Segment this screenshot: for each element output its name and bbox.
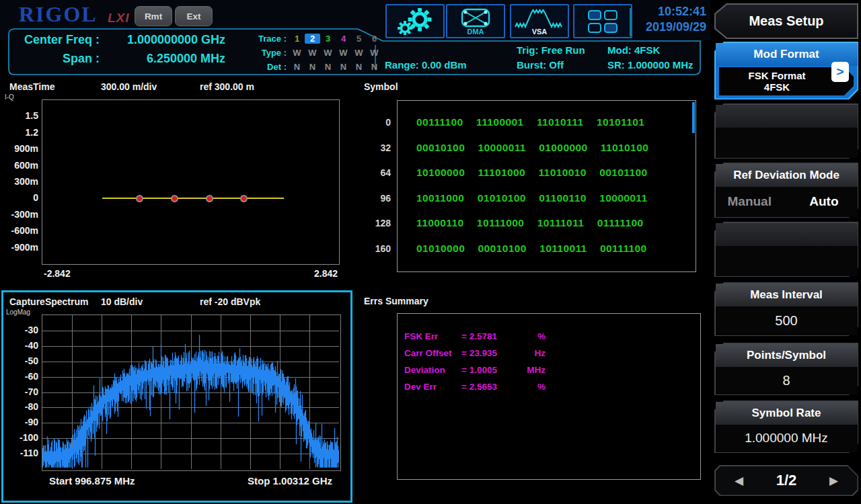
trace-number-3[interactable]: 3 (320, 34, 336, 44)
spectrum-ytick--80: -80 (6, 401, 38, 412)
spectrum-stop-label: Stop 1.00312 GHz (248, 475, 332, 487)
softkey-pagination: ◀ 1/2 ▶ (714, 465, 858, 496)
spectrum-ytick--60: -60 (6, 371, 38, 382)
trace-type-6: W (367, 48, 382, 58)
trace-number-5[interactable]: 5 (351, 34, 367, 44)
trace-row: Trace : 123456 (248, 32, 382, 45)
spectrum-trace (42, 315, 339, 469)
symbol-index-0: 0 (360, 117, 391, 128)
symbol-index-128: 128 (360, 218, 391, 228)
iq-trace-line (102, 198, 283, 199)
err-unit: % (517, 331, 546, 341)
meastime-ytick-1.2: 1.2 (6, 127, 38, 138)
option-manual[interactable]: Manual (728, 194, 772, 209)
trace-number-1[interactable]: 1 (289, 34, 305, 44)
err-value: = 1.0005 (461, 365, 497, 375)
errs-title: Errs Summary (364, 296, 428, 306)
meas-interval-label: Meas Interval (716, 284, 858, 306)
meastime-plot[interactable]: -2.842 2.842 1.51.2900m600m300m0-300m-60… (42, 99, 340, 265)
trace-type-2: W (305, 48, 320, 58)
option-auto[interactable]: Auto (809, 194, 838, 209)
err-label: FSK Err (404, 331, 438, 341)
softkey-blank-header (716, 223, 858, 246)
softkey-blank-2 (714, 222, 858, 277)
mod-readout: Mod: 4FSK (607, 44, 660, 56)
menu-title-text: Meas Setup (716, 5, 857, 38)
symbol-bits-row-160: 01010000 00010100 10110011 00111100 (416, 243, 647, 255)
trig-readout: Trig: Free Run (517, 44, 585, 56)
err-label: Dev Err (404, 382, 437, 392)
meastime-ytick-900m: 900m (6, 143, 38, 154)
trace-det-5: N (351, 62, 367, 72)
spectrum-ytick--100: -100 (6, 432, 38, 443)
softkey-points-symbol[interactable]: Points/Symbol 8 (714, 343, 858, 395)
trace-number-2[interactable]: 2 (305, 34, 320, 44)
spectrum-title: CaptureSpectrum (9, 296, 88, 307)
symbol-bits-row-64: 10100000 11101000 11010010 00101100 (416, 167, 647, 179)
fsk-format-line1: FSK Format (748, 70, 805, 81)
softkey-blank-value (716, 246, 858, 276)
symbol-bits-row-32: 00010100 10000011 01000000 11010100 (416, 142, 648, 154)
softkey-meas-interval[interactable]: Meas Interval 500 (714, 282, 858, 336)
meastime-ref: ref 300.00 m (200, 81, 254, 92)
spectrum-ref: ref -20 dBVpk (200, 296, 260, 307)
errs-summary-table: FSK Err= 2.5781%Carr Offset= 23.935HzDev… (397, 313, 701, 480)
trace-det-1: N (289, 62, 305, 72)
symbol-table[interactable]: 000111100 11100001 11010111 101011013200… (397, 100, 696, 272)
spectrum-ytick--30: -30 (6, 325, 38, 335)
trace-number-6[interactable]: 6 (367, 34, 382, 44)
symbol-rate-label: Symbol Rate (716, 402, 858, 425)
span-value[interactable]: 6.250000 MHz (101, 52, 225, 66)
symbol-bits-row-0: 00111100 11100001 11010111 10101101 (416, 116, 644, 128)
meastime-xmin-label: -2.842 (44, 268, 71, 279)
softkey-ref-deviation-mode[interactable]: Ref Deviation Mode Manual Auto (714, 163, 858, 218)
det-row: Det : NNNNNN (248, 60, 382, 73)
err-value: = 23.935 (461, 348, 497, 358)
menu-title-meas-setup: Meas Setup (714, 3, 858, 39)
spectrum-scale: 10 dB/div (101, 296, 143, 307)
trace-type-1: W (289, 48, 305, 58)
range-readout: Range: 0.00 dBm (385, 59, 467, 71)
trace-number-4[interactable]: 4 (336, 34, 351, 44)
symbol-title: Symbol (364, 81, 398, 92)
spectrum-ytick--40: -40 (6, 340, 38, 351)
softkey-mod-format[interactable]: Mod Format FSK Format 4FSK > (714, 42, 858, 99)
err-unit: MHz (517, 365, 546, 375)
meastime-scale: 300.00 m/div (101, 81, 157, 92)
type-label: Type : (248, 48, 287, 58)
meastime-xmax-label: 2.842 (314, 268, 338, 279)
trace-det-3: N (320, 62, 336, 72)
center-freq-value[interactable]: 1.000000000 GHz (101, 33, 225, 47)
spectrum-ytick--50: -50 (6, 355, 38, 366)
symbol-index-32: 32 (360, 142, 391, 153)
meastime-ytick--900m: -900m (6, 242, 38, 253)
chevron-right-icon[interactable]: > (831, 62, 849, 82)
meastime-ytick-1.5: 1.5 (6, 110, 38, 121)
err-row-dev-err: Dev Err= 2.5653% (398, 382, 700, 395)
symbol-point-2 (171, 195, 178, 202)
meastime-ytick--300m: -300m (6, 209, 38, 220)
symbol-scrollbar[interactable] (692, 102, 695, 133)
symbol-point-1 (136, 195, 143, 202)
page-next-icon[interactable]: ▶ (829, 474, 838, 488)
burst-readout: Burst: Off (517, 59, 564, 71)
symbol-index-160: 160 (360, 243, 391, 254)
err-unit: Hz (517, 348, 546, 358)
softkey-symbol-rate[interactable]: Symbol Rate 1.000000 MHz (714, 401, 858, 453)
meas-interval-value: 500 (716, 306, 858, 335)
softkey-blank-1 (714, 103, 858, 159)
err-label: Carr Offset (404, 348, 452, 358)
trace-det-6: N (367, 62, 382, 72)
meastime-ytick-0: 0 (6, 192, 38, 203)
softkey-blank-header (716, 105, 858, 128)
err-row-deviation: Deviation= 1.0005MHz (398, 365, 700, 378)
type-row: Type : WWWWWW (248, 46, 382, 59)
det-values: NNNNNN (289, 62, 382, 72)
symbol-index-64: 64 (360, 167, 391, 178)
softkey-blank-value (716, 128, 858, 158)
meastime-title: MeasTime (9, 81, 54, 92)
trace-type-3: W (320, 48, 336, 58)
capture-spectrum-window[interactable]: CaptureSpectrum 10 dB/div ref -20 dBVpk … (1, 290, 352, 503)
det-label: Det : (248, 62, 287, 72)
symbol-bits-row-128: 11000110 10111000 10111011 01111100 (416, 217, 643, 229)
